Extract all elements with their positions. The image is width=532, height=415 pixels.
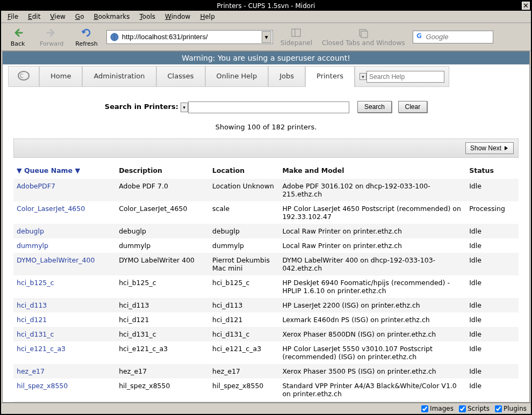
table-row: hit_e12.2hit_e12.2hit_e12.2HP LaserJet P… — [13, 401, 519, 403]
search-field-dropdown[interactable]: ▾ — [181, 103, 188, 112]
col-queue-name[interactable]: ▼ Queue Name ▼ — [13, 162, 116, 179]
queue-link-cell: hci_b125_c — [13, 275, 116, 298]
scripts-checkbox[interactable] — [459, 405, 466, 412]
show-next-button[interactable]: Show Next — [465, 142, 514, 154]
make-cell: Xerox Phaser 8500DN (ISG) on printer.eth… — [279, 327, 466, 341]
make-cell: HP LaserJet 2200 (ISG) on printer.ethz.c… — [279, 298, 466, 312]
status-plugins[interactable]: Plugins — [495, 405, 527, 412]
url-dropdown[interactable]: ▾ — [262, 31, 271, 43]
sidepanel-button[interactable]: Sidepanel — [278, 26, 314, 48]
cups-tabs: C Home Administration Classes Online Hel… — [8, 66, 524, 87]
status-cell: Idle — [466, 341, 519, 364]
table-row: hci_d131_chci_d131_chci_d131_cXerox Phas… — [13, 327, 519, 341]
menu-go[interactable]: Go — [71, 12, 89, 21]
forward-button[interactable]: Forward — [37, 25, 67, 48]
tab-administration[interactable]: Administration — [82, 66, 156, 87]
arrow-right-icon — [504, 145, 509, 151]
loc-cell: Location Unknown — [209, 179, 279, 201]
queue-link-cell: dummylp — [13, 238, 116, 253]
back-icon — [11, 26, 24, 39]
menu-bookmarks[interactable]: Bookmarks — [89, 12, 134, 21]
search-help-input[interactable] — [366, 71, 444, 83]
sidepanel-label: Sidepanel — [281, 39, 312, 47]
table-row: hci_e121_c_a3hci_e121_c_a3hci_e121_c_a3H… — [13, 341, 519, 364]
tab-home[interactable]: Home — [39, 66, 82, 87]
tab-cups-logo[interactable]: C — [8, 66, 39, 87]
url-bar[interactable]: ▾ — [106, 30, 273, 44]
printers-table: ▼ Queue Name ▼ Description Location Make… — [13, 162, 519, 403]
menu-window[interactable]: Window — [161, 12, 195, 21]
desc-cell: hci_b125_c — [116, 275, 209, 298]
clear-button[interactable]: Clear — [398, 101, 428, 113]
svg-text:C: C — [20, 73, 24, 79]
table-row: Color_LaserJet_4650Color_LaserJet_4650sc… — [13, 201, 519, 224]
desc-cell: Adobe PDF 7.0 — [116, 179, 209, 201]
make-cell: Adobe PDF 3016.102 on dhcp-192-033-100-2… — [279, 179, 466, 201]
refresh-label: Refresh — [75, 40, 98, 47]
queue-link-cell: hit_e12.2 — [13, 401, 116, 403]
table-row: debuglpdebuglpdebuglpLocal Raw Printer o… — [13, 224, 519, 238]
closedtabs-button[interactable]: Closed Tabs and Windows — [320, 26, 407, 48]
menu-tools[interactable]: Tools — [135, 12, 160, 21]
queue-link[interactable]: hci_e121_c_a3 — [17, 345, 66, 353]
images-checkbox[interactable] — [421, 405, 428, 412]
queue-link[interactable]: hez_e17 — [17, 367, 45, 375]
col-make-model[interactable]: Make and Model — [279, 162, 466, 179]
statusbar: Images Scripts Plugins — [1, 403, 531, 414]
make-cell: HP DeskJet 6940 Foomatic/hpijs (recommen… — [279, 275, 466, 298]
queue-link[interactable]: AdobePDF7 — [17, 182, 55, 190]
url-input[interactable] — [121, 32, 262, 42]
pager-toolbar: Show Next — [13, 139, 519, 158]
col-description[interactable]: Description — [116, 162, 209, 179]
forward-label: Forward — [40, 40, 63, 47]
browser-search-input[interactable] — [426, 33, 480, 41]
queue-link[interactable]: DYMO_LabelWriter_400 — [17, 256, 95, 264]
svg-rect-4 — [361, 31, 368, 38]
desc-cell: dummylp — [116, 238, 209, 253]
status-scripts[interactable]: Scripts — [459, 405, 490, 412]
col-location[interactable]: Location — [209, 162, 279, 179]
queue-link[interactable]: hci_d121 — [17, 316, 47, 324]
queue-link[interactable]: Color_LaserJet_4650 — [17, 205, 85, 213]
menu-help[interactable]: Help — [196, 12, 219, 21]
queue-link[interactable]: hci_b125_c — [17, 279, 54, 287]
queue-link[interactable]: hci_d113 — [17, 301, 47, 309]
loc-cell: dummylp — [209, 238, 279, 253]
queue-link[interactable]: dummylp — [17, 242, 48, 250]
queue-link-cell: hci_d113 — [13, 298, 116, 312]
refresh-button[interactable]: Refresh — [72, 25, 101, 48]
table-row: AdobePDF7Adobe PDF 7.0Location UnknownAd… — [13, 179, 519, 201]
queue-link-cell: hci_d131_c — [13, 327, 116, 341]
queue-link[interactable]: hil_spez_x8550 — [17, 382, 68, 390]
loc-cell: hci_d121 — [209, 312, 279, 327]
table-row: hil_spez_x8550hil_spez_x8550hil_spez_x85… — [13, 378, 519, 401]
status-cell: Idle — [466, 378, 519, 401]
loc-cell: hci_e121_c_a3 — [209, 341, 279, 364]
search-help-dropdown[interactable]: ▾ — [360, 73, 366, 80]
plugins-checkbox[interactable] — [495, 405, 502, 412]
back-button[interactable]: Back — [4, 25, 31, 48]
queue-link[interactable]: hci_d131_c — [17, 330, 54, 338]
tab-classes[interactable]: Classes — [156, 66, 205, 87]
menu-file[interactable]: File — [3, 12, 23, 21]
status-images[interactable]: Images — [421, 405, 454, 412]
queue-link[interactable]: debuglp — [17, 227, 44, 235]
tab-onlinehelp[interactable]: Online Help — [205, 66, 269, 87]
queue-link-cell: debuglp — [13, 224, 116, 238]
menu-view[interactable]: View — [46, 12, 69, 21]
make-cell: Xerox Phaser 3500 PS (ISG) on printer.et… — [279, 364, 466, 378]
search-printers-input[interactable] — [188, 101, 349, 113]
table-row: hez_e17hez_e17hez_e17Xerox Phaser 3500 P… — [13, 364, 519, 378]
status-cell: Idle — [466, 224, 519, 238]
refresh-icon — [80, 26, 93, 39]
back-label: Back — [11, 40, 25, 47]
menu-edit[interactable]: Edit — [24, 12, 45, 21]
table-row: dummylpdummylpdummylpLocal Raw Printer o… — [13, 238, 519, 253]
tab-printers[interactable]: Printers — [305, 66, 355, 87]
close-button[interactable]: ✕ — [522, 2, 530, 10]
tab-jobs[interactable]: Jobs — [268, 66, 305, 87]
search-button[interactable]: Search — [357, 101, 392, 113]
browser-search[interactable]: G — [413, 31, 493, 43]
col-status[interactable]: Status — [466, 162, 519, 179]
search-printers-row: Search in Printers: ▾ Search Clear — [8, 93, 524, 118]
